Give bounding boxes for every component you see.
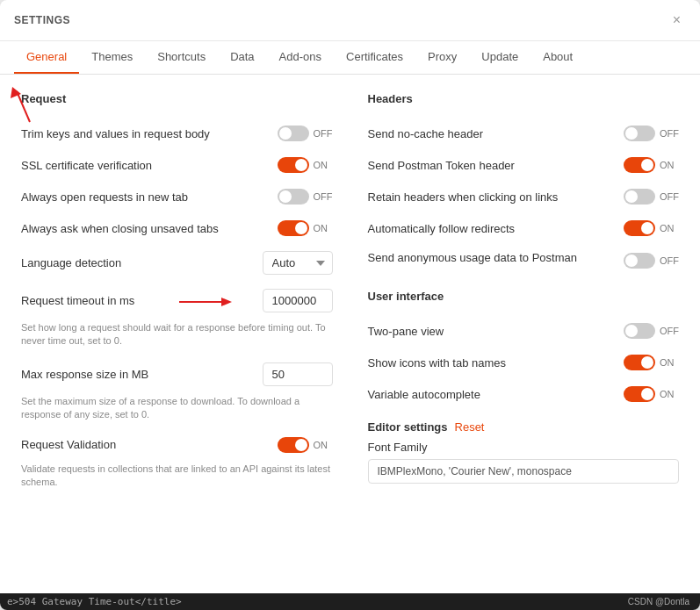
icons-tab-names-label: Show icons with tab names [368, 356, 624, 370]
tab-general[interactable]: General [14, 41, 79, 74]
request-validation-desc: Validate requests in collections that ar… [21, 463, 333, 490]
icons-tab-names-toggle[interactable]: ON [624, 355, 679, 370]
trim-keys-state: OFF [314, 128, 333, 139]
headers-section-title: Headers [368, 92, 680, 105]
anonymous-usage-row: Send anonymous usage data to Postman OFF [368, 244, 680, 276]
request-section-title: Request [21, 92, 333, 105]
main-content: Request Trim keys and values in request … [0, 75, 700, 593]
postman-token-track[interactable] [624, 157, 655, 173]
icons-tab-names-state: ON [660, 357, 679, 368]
icons-tab-names-thumb [641, 356, 653, 369]
postman-token-state: ON [660, 160, 679, 170]
ui-section-title: User interface [368, 290, 680, 303]
follow-redirects-thumb [641, 222, 653, 234]
max-response-desc: Set the maximum size of a response to do… [21, 395, 333, 427]
two-pane-track[interactable] [624, 323, 655, 339]
anonymous-usage-thumb [625, 255, 638, 267]
follow-redirects-row: Automatically follow redirects ON [368, 212, 680, 244]
tab-update[interactable]: Update [469, 41, 530, 74]
font-family-label: Font Family [368, 441, 680, 454]
two-pane-thumb [625, 325, 638, 337]
request-validation-track[interactable] [278, 437, 309, 453]
tab-about[interactable]: About [530, 41, 585, 74]
retain-headers-toggle[interactable]: OFF [624, 189, 679, 205]
follow-redirects-state: ON [660, 223, 679, 233]
retain-headers-state: OFF [660, 191, 679, 202]
right-column: Headers Send no-cache header OFF Send Po… [368, 92, 680, 576]
tab-proxy[interactable]: Proxy [415, 41, 469, 74]
anonymous-usage-track[interactable] [624, 253, 655, 269]
tab-addons[interactable]: Add-ons [267, 41, 334, 74]
open-new-tab-toggle[interactable]: OFF [278, 189, 333, 205]
request-timeout-label: Request timeout in ms [21, 294, 263, 307]
request-validation-state: ON [314, 440, 333, 450]
language-detection-select[interactable]: Auto JSON XML HTML Text [263, 251, 333, 275]
open-new-tab-track[interactable] [278, 189, 309, 205]
window-title: SETTINGS [14, 14, 70, 26]
icons-tab-names-track[interactable] [624, 355, 655, 370]
ask-closing-thumb [295, 222, 307, 234]
tab-certificates[interactable]: Certificates [334, 41, 415, 74]
max-response-input[interactable] [263, 362, 333, 386]
two-pane-label: Two-pane view [368, 325, 624, 338]
trim-keys-track[interactable] [278, 126, 309, 141]
ssl-verification-toggle[interactable]: ON [278, 157, 333, 173]
trim-keys-row: Trim keys and values in request body OFF [21, 118, 333, 149]
open-new-tab-thumb [279, 190, 292, 203]
svg-marker-1 [11, 87, 21, 98]
retain-headers-row: Retain headers when clicking on links OF… [368, 181, 680, 212]
ask-closing-track[interactable] [278, 220, 309, 236]
tab-themes[interactable]: Themes [79, 41, 145, 74]
two-pane-row: Two-pane view OFF [368, 315, 680, 347]
trim-keys-toggle[interactable]: OFF [278, 126, 333, 141]
two-pane-toggle[interactable]: OFF [624, 323, 679, 339]
request-timeout-desc: Set how long a request should wait for a… [21, 321, 333, 354]
postman-token-toggle[interactable]: ON [624, 157, 679, 173]
request-validation-thumb [295, 439, 307, 451]
request-timeout-input[interactable] [263, 289, 333, 312]
no-cache-state: OFF [660, 128, 679, 139]
variable-autocomplete-label: Variable autocomplete [368, 388, 624, 401]
open-new-tab-row: Always open requests in new tab OFF [21, 181, 333, 212]
ask-closing-row: Always ask when closing unsaved tabs ON [21, 212, 333, 244]
ask-closing-state: ON [314, 223, 333, 233]
retain-headers-label: Retain headers when clicking on links [368, 190, 624, 204]
postman-token-thumb [641, 159, 653, 171]
no-cache-row: Send no-cache header OFF [368, 118, 680, 149]
tab-shortcuts[interactable]: Shortcuts [145, 41, 218, 74]
left-column: Request Trim keys and values in request … [21, 92, 333, 576]
postman-token-label: Send Postman Token header [368, 159, 624, 172]
anonymous-usage-toggle[interactable]: OFF [624, 253, 679, 269]
postman-token-row: Send Postman Token header ON [368, 149, 680, 181]
request-validation-row: Request Validation ON [21, 429, 333, 461]
tabs-bar: General Themes Shortcuts Data Add-ons Ce… [0, 41, 700, 75]
variable-autocomplete-toggle[interactable]: ON [624, 386, 679, 402]
ask-closing-toggle[interactable]: ON [278, 220, 333, 236]
open-new-tab-label: Always open requests in new tab [21, 190, 278, 204]
ssl-verification-label: SSL certificate verification [21, 159, 278, 172]
icons-tab-names-row: Show icons with tab names ON [368, 347, 680, 378]
request-validation-label: Request Validation [21, 438, 278, 451]
no-cache-label: Send no-cache header [368, 127, 624, 140]
no-cache-track[interactable] [624, 126, 655, 141]
no-cache-toggle[interactable]: OFF [624, 126, 679, 141]
retain-headers-track[interactable] [624, 189, 655, 205]
follow-redirects-track[interactable] [624, 220, 655, 236]
font-family-input[interactable] [368, 459, 680, 484]
variable-autocomplete-track[interactable] [624, 386, 655, 402]
editor-settings-header: Editor settings Reset [368, 420, 680, 434]
ask-closing-label: Always ask when closing unsaved tabs [21, 222, 278, 235]
tab-data[interactable]: Data [218, 41, 266, 74]
reset-button[interactable]: Reset [455, 420, 485, 434]
terminal-bar: e>504 Gateway Time-out</title> [0, 593, 700, 610]
title-bar: SETTINGS × [0, 0, 700, 41]
ssl-verification-thumb [295, 159, 307, 171]
max-response-row: Max response size in MB [21, 355, 333, 393]
request-validation-toggle[interactable]: ON [278, 437, 333, 453]
follow-redirects-label: Automatically follow redirects [368, 222, 624, 235]
close-button[interactable]: × [668, 11, 686, 30]
ssl-verification-track[interactable] [278, 157, 309, 173]
open-new-tab-state: OFF [314, 191, 333, 202]
max-response-label: Max response size in MB [21, 368, 263, 381]
follow-redirects-toggle[interactable]: ON [624, 220, 679, 236]
